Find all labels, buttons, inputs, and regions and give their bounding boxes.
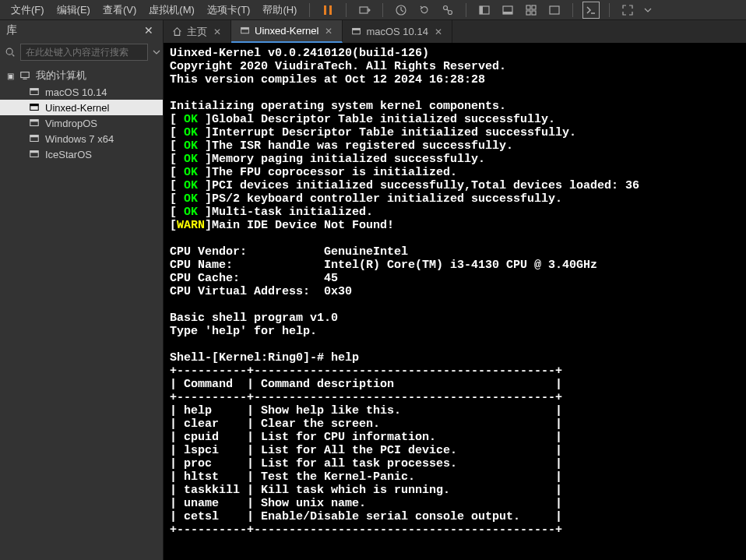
sidebar-item-vimdropos[interactable]: VimdropOS <box>0 115 163 131</box>
fit-guest-icon[interactable] <box>546 2 563 19</box>
menu-file[interactable]: 文件(F) <box>5 0 51 20</box>
svg-rect-16 <box>21 72 30 78</box>
vm-icon <box>350 26 361 37</box>
separator <box>572 3 573 17</box>
home-icon <box>171 26 182 37</box>
tree-root[interactable]: ▣ 我的计算机 <box>0 67 163 84</box>
tab-close-icon[interactable]: ✕ <box>433 26 444 37</box>
search-dropdown-icon[interactable] <box>153 46 160 58</box>
send-keys-icon[interactable] <box>356 2 373 19</box>
sidebar-item-label: Uinxed-Kernel <box>45 102 109 114</box>
view-multi-icon[interactable] <box>499 2 516 19</box>
tabbar: 主页✕Uinxed-Kernel✕macOS 10.14✕ <box>164 20 746 44</box>
svg-rect-26 <box>30 151 39 153</box>
sidebar: 库 ✕ ▣ 我的计算机 macOS 10.14Uinxed-KernelVimd… <box>0 20 164 560</box>
snapshot-manager-icon[interactable] <box>439 2 456 19</box>
tab-label: 主页 <box>187 25 207 39</box>
sidebar-title: 库 <box>6 23 17 37</box>
tab-macos-10-14[interactable]: macOS 10.14✕ <box>343 20 452 43</box>
vm-icon <box>28 132 40 145</box>
view-thumbnail-icon[interactable] <box>523 2 540 19</box>
svg-rect-7 <box>480 6 483 14</box>
tab-label: macOS 10.14 <box>366 26 428 37</box>
fullscreen-icon[interactable] <box>619 2 636 19</box>
menu-view[interactable]: 查看(V) <box>97 0 143 20</box>
vm-icon <box>28 117 40 129</box>
tab-close-icon[interactable]: ✕ <box>212 26 223 37</box>
expander-icon[interactable]: ▣ <box>6 72 14 80</box>
computer-icon <box>19 69 31 82</box>
tab-close-icon[interactable]: ✕ <box>323 26 334 37</box>
tab-label: Uinxed-Kernel <box>255 25 318 37</box>
separator <box>346 3 347 17</box>
sidebar-item-icestaros[interactable]: IceStarOS <box>0 146 163 162</box>
dropdown-icon[interactable] <box>642 2 653 19</box>
svg-rect-1 <box>329 5 332 15</box>
svg-rect-24 <box>30 136 39 138</box>
svg-rect-2 <box>360 7 368 13</box>
tab-uinxed-kernel[interactable]: Uinxed-Kernel✕ <box>231 20 343 43</box>
svg-rect-9 <box>503 12 512 14</box>
svg-point-5 <box>449 10 452 14</box>
tab--[interactable]: 主页✕ <box>164 20 231 43</box>
sidebar-item-label: IceStarOS <box>45 149 92 160</box>
search-input[interactable] <box>20 44 148 61</box>
menu-vm[interactable]: 虚拟机(M) <box>143 0 201 20</box>
vm-icon <box>28 101 40 114</box>
svg-rect-20 <box>30 104 39 107</box>
tree: ▣ 我的计算机 macOS 10.14Uinxed-KernelVimdropO… <box>0 64 163 165</box>
sidebar-item-label: VimdropOS <box>45 118 97 129</box>
separator <box>609 3 610 17</box>
sidebar-item-label: macOS 10.14 <box>45 86 107 98</box>
pause-icon[interactable] <box>319 2 336 19</box>
svg-point-15 <box>6 48 12 55</box>
svg-rect-13 <box>532 11 536 15</box>
svg-rect-12 <box>526 11 530 15</box>
vm-icon <box>28 148 40 160</box>
revert-snapshot-icon[interactable] <box>416 2 433 19</box>
separator <box>466 3 466 17</box>
separator <box>382 3 383 17</box>
separator <box>309 3 310 17</box>
snapshot-icon[interactable] <box>392 2 410 19</box>
svg-rect-28 <box>241 27 248 29</box>
svg-rect-11 <box>532 5 536 9</box>
svg-rect-14 <box>550 6 559 14</box>
vm-icon <box>28 86 40 98</box>
sidebar-item-label: Windows 7 x64 <box>45 133 114 145</box>
svg-point-4 <box>444 5 448 9</box>
vm-icon <box>239 26 250 37</box>
tree-root-label: 我的计算机 <box>36 69 86 83</box>
search-icon[interactable] <box>5 46 16 58</box>
terminal[interactable]: Uinxed-Kernel v0.0.2410120(build-126) Co… <box>164 44 746 560</box>
menu-edit[interactable]: 编辑(E) <box>51 0 97 20</box>
sidebar-item-macos-10-14[interactable]: macOS 10.14 <box>0 84 163 100</box>
svg-rect-0 <box>324 5 326 15</box>
svg-rect-22 <box>30 120 39 122</box>
view-single-icon[interactable] <box>476 2 493 19</box>
menubar: 文件(F) 编辑(E) 查看(V) 虚拟机(M) 选项卡(T) 帮助(H) <box>0 0 746 20</box>
svg-rect-18 <box>30 89 39 91</box>
menu-tabs[interactable]: 选项卡(T) <box>201 0 257 20</box>
sidebar-close-icon[interactable]: ✕ <box>141 24 157 37</box>
console-icon[interactable] <box>582 2 600 19</box>
menu-help[interactable]: 帮助(H) <box>256 0 303 20</box>
svg-rect-30 <box>353 28 361 30</box>
sidebar-item-uinxed-kernel[interactable]: Uinxed-Kernel <box>0 100 163 115</box>
svg-rect-10 <box>526 5 530 9</box>
sidebar-item-windows-7-x64[interactable]: Windows 7 x64 <box>0 131 163 146</box>
